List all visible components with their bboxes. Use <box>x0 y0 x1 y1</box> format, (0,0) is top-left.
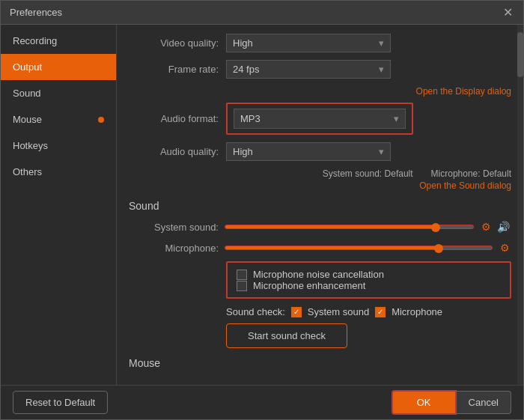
audio-quality-row: Audio quality: High ▾ <box>129 142 511 161</box>
video-quality-label: Video quality: <box>129 37 219 49</box>
system-sound-slider-fill <box>225 225 436 228</box>
enhancement-checkbox[interactable] <box>237 281 247 291</box>
footer-right: OK Cancel <box>392 390 511 415</box>
system-info-row: System sound: Default Microphone: Defaul… <box>129 168 511 179</box>
sidebar-item-sound-label: Sound <box>13 88 41 99</box>
system-sound-slider-track[interactable] <box>225 225 474 229</box>
audio-quality-arrow: ▾ <box>379 146 384 157</box>
start-sound-check-button[interactable]: Start sound check <box>226 323 347 348</box>
microphone-slider-track[interactable] <box>225 246 493 250</box>
noise-cancellation-checkbox[interactable] <box>237 270 247 280</box>
system-sound-info-value: Default <box>385 168 413 179</box>
frame-rate-select[interactable]: 24 fps ▾ <box>226 60 391 79</box>
audio-format-row: Audio format: MP3 ▾ <box>129 103 511 135</box>
sidebar-item-others[interactable]: Others <box>1 159 116 185</box>
system-sound-info: System sound: Default <box>323 168 413 179</box>
system-sound-check-checkbox[interactable]: ✓ <box>291 307 302 317</box>
microphone-slider-label: Microphone: <box>129 243 219 254</box>
content-area: Recording Output Sound Mouse Hotkeys Oth… <box>1 25 523 385</box>
microphone-gear-icon[interactable]: ⚙ <box>499 240 511 255</box>
system-sound-slider-row: System sound: ⚙ 🔊 <box>129 219 511 234</box>
start-sound-check-wrapper: Start sound check <box>226 323 511 348</box>
audio-quality-select[interactable]: High ▾ <box>226 142 391 161</box>
microphone-info-label: Microphone: <box>431 168 481 179</box>
microphone-check-checkmark: ✓ <box>377 308 383 316</box>
audio-quality-label: Audio quality: <box>129 146 219 157</box>
frame-rate-value: 24 fps <box>233 64 259 75</box>
microphone-slider-icons: ⚙ <box>499 240 511 255</box>
checkboxes-wrapper: Microphone noise cancellation Microphone… <box>226 261 511 299</box>
microphone-info-value: Default <box>483 168 511 179</box>
video-quality-row: Video quality: High ▾ <box>129 34 511 52</box>
audio-quality-value: High <box>233 146 253 157</box>
mouse-section-title: Mouse <box>129 357 511 369</box>
noise-cancellation-label: Microphone noise cancellation <box>253 269 384 280</box>
sidebar-item-recording[interactable]: Recording <box>1 28 116 54</box>
sidebar-item-recording-label: Recording <box>13 35 57 46</box>
microphone-check-label: Microphone <box>392 306 442 317</box>
sound-check-row: Sound check: ✓ System sound ✓ Microphone <box>226 306 511 317</box>
frame-rate-arrow: ▾ <box>379 64 384 75</box>
microphone-check-checkbox[interactable]: ✓ <box>375 307 386 317</box>
close-button[interactable]: ✕ <box>501 6 514 19</box>
system-sound-slider-thumb <box>431 223 440 232</box>
video-quality-select[interactable]: High ▾ <box>226 34 391 52</box>
enhancement-label: Microphone enhancement <box>253 280 365 291</box>
system-sound-info-label: System sound: <box>323 168 382 179</box>
audio-format-select[interactable]: MP3 ▾ <box>234 109 406 129</box>
sidebar-item-output[interactable]: Output <box>1 54 116 80</box>
system-sound-check-checkmark: ✓ <box>293 308 299 316</box>
system-sound-check-label: System sound <box>308 306 369 317</box>
preferences-window: Preferences ✕ Recording Output Sound Mou… <box>0 0 524 420</box>
system-sound-slider-label: System sound: <box>129 222 219 233</box>
sidebar-item-output-label: Output <box>13 61 42 73</box>
frame-rate-row: Frame rate: 24 fps ▾ <box>129 60 511 79</box>
titlebar: Preferences ✕ <box>1 1 523 25</box>
noise-cancellation-row: Microphone noise cancellation <box>237 269 501 280</box>
sidebar-item-others-label: Others <box>13 166 42 177</box>
microphone-options-box: Microphone noise cancellation Microphone… <box>226 261 511 299</box>
sidebar: Recording Output Sound Mouse Hotkeys Oth… <box>1 25 117 385</box>
main-panel: Video quality: High ▾ Frame rate: 24 fps… <box>117 25 523 381</box>
frame-rate-label: Frame rate: <box>129 64 219 75</box>
audio-format-label: Audio format: <box>129 113 219 124</box>
sidebar-item-sound[interactable]: Sound <box>1 80 116 106</box>
open-sound-dialog-link[interactable]: Open the Sound dialog <box>129 180 511 191</box>
scrollbar-thumb <box>517 32 523 77</box>
system-sound-slider-icons: ⚙ 🔊 <box>480 219 511 234</box>
window-title: Preferences <box>10 7 62 18</box>
microphone-slider-fill <box>225 246 439 249</box>
ok-button[interactable]: OK <box>392 390 457 415</box>
audio-format-value: MP3 <box>240 113 261 124</box>
sidebar-item-hotkeys[interactable]: Hotkeys <box>1 133 116 159</box>
sidebar-item-hotkeys-label: Hotkeys <box>13 140 48 151</box>
sidebar-item-mouse[interactable]: Mouse <box>1 106 116 133</box>
video-quality-value: High <box>233 37 253 49</box>
audio-format-arrow: ▾ <box>394 113 399 124</box>
system-sound-gear-icon[interactable]: ⚙ <box>480 219 493 234</box>
open-display-dialog-link[interactable]: Open the Display dialog <box>129 86 511 97</box>
reset-button[interactable]: Reset to Default <box>13 391 108 414</box>
main-panel-wrapper: Video quality: High ▾ Frame rate: 24 fps… <box>117 25 523 385</box>
footer: Reset to Default OK Cancel <box>1 385 523 419</box>
enhancement-row: Microphone enhancement <box>237 280 501 291</box>
system-sound-speaker-icon[interactable]: 🔊 <box>496 219 511 234</box>
mouse-badge <box>98 117 104 123</box>
audio-format-outlined: MP3 ▾ <box>226 103 413 135</box>
microphone-slider-thumb <box>434 244 443 253</box>
scrollbar[interactable] <box>517 25 523 385</box>
sound-section-title: Sound <box>129 200 511 212</box>
cancel-button[interactable]: Cancel <box>457 391 511 414</box>
sound-check-label: Sound check: <box>226 306 285 317</box>
microphone-info: Microphone: Default <box>431 168 511 179</box>
microphone-slider-row: Microphone: ⚙ <box>129 240 511 255</box>
video-quality-arrow: ▾ <box>379 37 384 49</box>
sidebar-item-mouse-label: Mouse <box>13 114 42 125</box>
